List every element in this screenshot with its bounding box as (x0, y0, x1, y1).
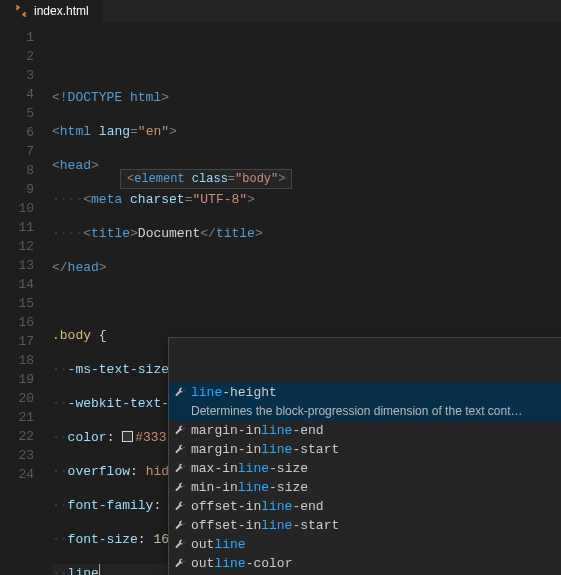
wrench-icon (173, 425, 187, 437)
line-number-gutter: 123456789101112131415161718192021222324 (0, 22, 52, 575)
autocomplete-label: outline (191, 537, 246, 552)
line-number: 24 (0, 465, 52, 484)
line-number: 10 (0, 199, 52, 218)
line-number: 14 (0, 275, 52, 294)
line-number: 11 (0, 218, 52, 237)
autocomplete-label: line-height (191, 385, 277, 400)
wrench-icon (173, 444, 187, 456)
html-file-icon (14, 4, 28, 18)
wrench-icon (173, 463, 187, 475)
editor[interactable]: 123456789101112131415161718192021222324 … (0, 22, 561, 575)
autocomplete-item[interactable]: margin-inline-start (169, 440, 561, 459)
autocomplete-item[interactable]: outline-color (169, 554, 561, 573)
selector-hint-tooltip: <element class="body"> (120, 169, 292, 189)
autocomplete-popup[interactable]: line-heightDetermines the block-progress… (168, 337, 561, 575)
line-number: 4 (0, 85, 52, 104)
text-cursor (99, 564, 100, 575)
wrench-icon (173, 387, 187, 399)
wrench-icon (173, 539, 187, 551)
line-number: 5 (0, 104, 52, 123)
code-line[interactable]: <html lang="en"> (52, 122, 561, 141)
line-number: 1 (0, 28, 52, 47)
line-number: 8 (0, 161, 52, 180)
autocomplete-label: max-inline-size (191, 461, 308, 476)
tab-filename: index.html (34, 4, 89, 18)
autocomplete-label: margin-inline-end (191, 423, 324, 438)
line-number: 12 (0, 237, 52, 256)
wrench-icon (173, 482, 187, 494)
code-line[interactable]: <!DOCTYPE html> (52, 88, 561, 107)
code-line[interactable]: ····<meta charset="UTF-8"> (52, 190, 561, 209)
tab-index-html[interactable]: index.html (0, 0, 103, 22)
color-swatch-icon (122, 431, 133, 442)
autocomplete-item[interactable]: outline (169, 535, 561, 554)
autocomplete-item[interactable]: line-height (169, 383, 561, 402)
autocomplete-label: min-inline-size (191, 480, 308, 495)
autocomplete-label: offset-inline-start (191, 518, 339, 533)
code-line[interactable]: </head> (52, 258, 561, 277)
autocomplete-item[interactable]: margin-inline-end (169, 421, 561, 440)
line-number: 13 (0, 256, 52, 275)
line-number: 22 (0, 427, 52, 446)
line-number: 18 (0, 351, 52, 370)
code-line[interactable] (52, 292, 561, 311)
autocomplete-label: outline-color (191, 556, 292, 571)
autocomplete-item[interactable]: max-inline-size (169, 459, 561, 478)
code-area[interactable]: <element class="body"> <!DOCTYPE html> <… (52, 22, 561, 575)
line-number: 23 (0, 446, 52, 465)
autocomplete-label: margin-inline-start (191, 442, 339, 457)
line-number: 16 (0, 313, 52, 332)
line-number: 6 (0, 123, 52, 142)
wrench-icon (173, 501, 187, 513)
line-number: 9 (0, 180, 52, 199)
autocomplete-label: offset-inline-end (191, 499, 324, 514)
autocomplete-doc: Determines the block-progression dimensi… (169, 402, 561, 421)
line-number: 2 (0, 47, 52, 66)
autocomplete-doc-text: Determines the block-progression dimensi… (191, 404, 523, 418)
autocomplete-item[interactable]: offset-inline-end (169, 497, 561, 516)
autocomplete-item[interactable]: min-inline-size (169, 478, 561, 497)
line-number: 21 (0, 408, 52, 427)
line-number: 20 (0, 389, 52, 408)
autocomplete-item[interactable]: offset-inline-start (169, 516, 561, 535)
tab-bar: index.html (0, 0, 561, 22)
line-number: 19 (0, 370, 52, 389)
wrench-icon (173, 520, 187, 532)
line-number: 15 (0, 294, 52, 313)
line-number: 17 (0, 332, 52, 351)
wrench-icon (173, 558, 187, 570)
code-line[interactable]: ····<title>Document</title> (52, 224, 561, 243)
line-number: 7 (0, 142, 52, 161)
line-number: 3 (0, 66, 52, 85)
